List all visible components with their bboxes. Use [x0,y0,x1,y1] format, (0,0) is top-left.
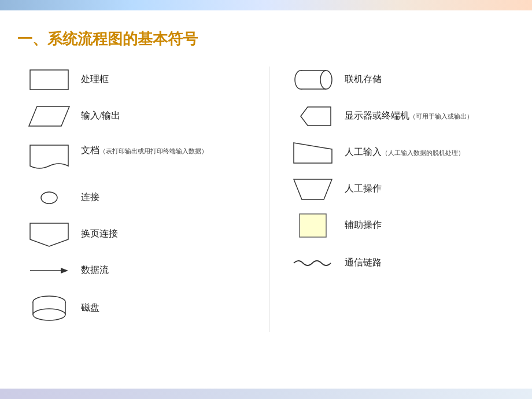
io-label: 输入/输出 [81,109,120,122]
disk-label: 磁盘 [81,301,99,314]
page-connector-icon [23,222,75,246]
manual-op-label: 人工操作 [345,182,382,195]
svg-marker-18 [294,179,332,200]
terminal-label: 显示器或终端机（可用于输入或输出） [345,109,473,122]
top-decoration [0,0,532,10]
svg-point-2 [41,192,57,204]
aux-op-label: 辅助操作 [345,219,382,231]
svg-rect-0 [30,70,68,90]
disk-icon [23,294,75,322]
svg-marker-3 [30,223,68,246]
online-storage-label: 联机存储 [345,73,382,86]
svg-marker-5 [61,268,68,274]
online-storage-icon [287,69,339,91]
manual-input-icon [287,141,339,164]
terminal-icon [287,105,339,127]
connector-icon [23,189,75,206]
svg-point-15 [320,71,332,89]
symbol-terminal: 显示器或终端机（可用于输入或输出） [287,103,515,129]
process-label: 处理框 [81,73,109,86]
io-icon [23,105,75,127]
symbol-process: 处理框 [23,66,257,93]
data-flow-icon [23,265,75,276]
aux-op-icon [287,213,339,238]
svg-point-10 [33,309,65,320]
main-content: 一、系统流程图的基本符号 处理框 输入/输出 [17,17,515,382]
svg-marker-16 [301,107,331,125]
left-column: 处理框 输入/输出 文档（表打印输出或用打印终 [23,66,269,332]
process-icon [23,69,75,91]
connector-label: 连接 [81,191,99,204]
comms-label: 通信链路 [345,256,382,269]
symbol-manual-op: 人工操作 [287,176,515,202]
symbol-disk: 磁盘 [23,294,257,322]
page-title: 一、系统流程图的基本符号 [17,29,515,49]
symbol-comms: 通信链路 [287,250,515,276]
symbol-manual-input: 人工输入（人工输入数据的脱机处理） [287,139,515,165]
svg-marker-1 [29,106,69,126]
right-column: 联机存储 显示器或终端机（可用于输入或输出） [269,66,515,332]
comms-icon [287,256,339,270]
symbol-io: 输入/输出 [23,103,257,129]
document-icon [23,144,75,172]
svg-rect-19 [300,214,326,237]
symbol-connector: 连接 [23,184,257,210]
bottom-decoration [0,389,532,399]
data-flow-label: 数据流 [81,264,109,276]
symbol-document: 文档（表打印输出或用打印终端输入数据） [23,139,257,174]
symbol-page-connector: 换页连接 [23,221,257,247]
symbols-grid: 处理框 输入/输出 文档（表打印输出或用打印终 [23,66,515,332]
symbol-data-flow: 数据流 [23,257,257,283]
page-connector-label: 换页连接 [81,227,118,240]
manual-op-icon [287,178,339,201]
document-label: 文档（表打印输出或用打印终端输入数据） [81,144,208,157]
manual-input-label: 人工输入（人工输入数据的脱机处理） [345,146,464,158]
symbol-aux-op: 辅助操作 [287,212,515,238]
svg-marker-17 [294,143,332,163]
symbol-online-storage: 联机存储 [287,66,515,93]
